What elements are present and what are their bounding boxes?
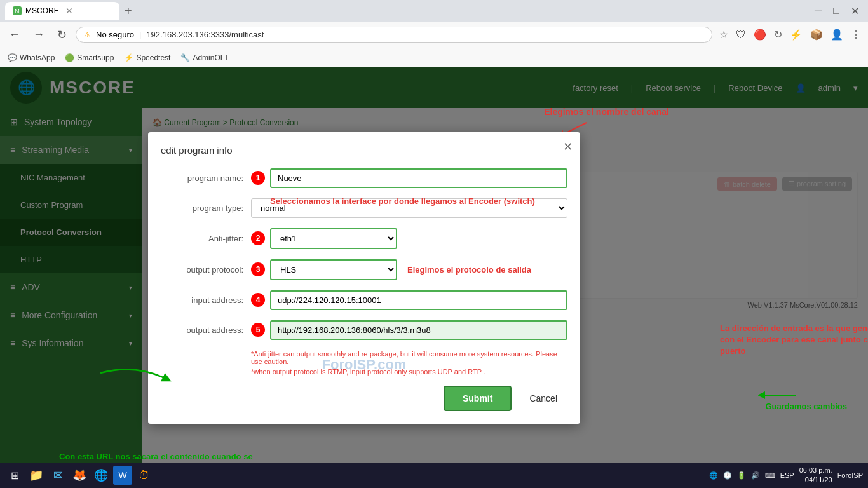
output-protocol-select[interactable]: HLS RTMP UDP RTP (270, 259, 397, 280)
refresh-button[interactable]: ↻ (53, 27, 71, 43)
program-name-label: program name: (161, 173, 243, 183)
modal-container: Elegimos el nombre del canal La direcció… (148, 132, 720, 424)
window-controls: ─ □ ✕ (811, 5, 863, 17)
input-address-row: input address: 4 (161, 290, 567, 310)
ext-icon2[interactable]: 🔴 (752, 27, 768, 43)
adminolt-icon: 🔧 (180, 53, 190, 62)
speedtest-icon: ⚡ (124, 53, 133, 62)
taskbar-battery-icon: 🔋 (737, 471, 746, 480)
ext-icon3[interactable]: ↻ (772, 27, 784, 43)
taskbar-folder-icon[interactable]: 📁 (27, 466, 46, 485)
browser-toolbar: ← → ↻ ⚠ No seguro | 192.168.203.136:3333… (0, 22, 868, 48)
taskbar-word-icon[interactable]: W (113, 466, 132, 485)
cancel-button[interactable]: Cancel (519, 386, 567, 411)
bookmark-smartsupp[interactable]: 🟢 Smartsupp (65, 53, 114, 62)
modal-close-button[interactable]: ✕ (563, 140, 573, 154)
taskbar-firefox-icon[interactable]: 🦊 (70, 466, 89, 485)
bookmark-speedtest[interactable]: ⚡ Speedtest (124, 53, 170, 62)
submit-button[interactable]: Submit (444, 386, 512, 411)
security-warning-label: No seguro (96, 30, 134, 39)
smartsupp-label: Smartsupp (77, 53, 114, 62)
security-warning-icon: ⚠ (84, 30, 91, 39)
note-1: *Anti-jitter can output smoothly and re-… (251, 350, 567, 365)
taskbar-timer-icon[interactable]: ⏱ (135, 466, 154, 485)
program-name-row: program name: 1 (161, 168, 567, 188)
whatsapp-icon: 💬 (8, 53, 17, 62)
address-bar[interactable]: ⚠ No seguro | 192.168.203.136:3333/multi… (76, 27, 712, 43)
input-address-input[interactable] (270, 290, 567, 310)
smartsupp-icon: 🟢 (65, 53, 74, 62)
taskbar-network-icon: 🌐 (709, 471, 718, 480)
browser-titlebar: M MSCORE ✕ + ─ □ ✕ (0, 0, 868, 22)
adminolt-label: AdminOLT (193, 53, 228, 62)
taskbar-edge-icon[interactable]: 🌐 (92, 466, 111, 485)
browser-tab[interactable]: M MSCORE ✕ (5, 2, 119, 20)
modal-footer: Submit Cancel (161, 386, 567, 411)
close-button[interactable]: ✕ (847, 5, 863, 17)
arrow-save (758, 389, 803, 402)
program-type-label: program type: (161, 203, 243, 213)
start-button[interactable]: ⊞ (5, 466, 24, 485)
back-button[interactable]: ← (5, 27, 24, 43)
arrow-url (97, 360, 173, 386)
output-protocol-label: output protocol: (161, 265, 243, 274)
step-3-badge: 3 (251, 262, 265, 276)
menu-icon[interactable]: ⋮ (849, 27, 863, 43)
taskbar-site-label: ForoISP (837, 471, 863, 479)
taskbar-right: 🌐 🕐 🔋 🔊 ⌨ ESP 06:03 p.m. 04/11/20 ForoIS… (709, 466, 863, 485)
step-4-badge: 4 (251, 293, 265, 307)
input-address-label: input address: (161, 295, 243, 305)
forward-button[interactable]: → (29, 27, 48, 43)
maximize-button[interactable]: □ (829, 5, 843, 17)
minimize-button[interactable]: ─ (811, 5, 825, 17)
taskbar-time: 06:03 p.m. (799, 466, 832, 475)
program-name-input[interactable] (270, 168, 567, 188)
bookmark-adminolt[interactable]: 🔧 AdminOLT (180, 53, 228, 62)
ext-icon1[interactable]: 🛡 (734, 27, 748, 43)
browser-chrome: M MSCORE ✕ + ─ □ ✕ ← → ↻ ⚠ No seguro | 1… (0, 0, 868, 67)
annotation-name: Elegimos el nombre del canal (544, 107, 669, 117)
modal: edit program info ✕ program name: 1 prog… (148, 132, 580, 424)
step-2-badge: 2 (251, 231, 265, 245)
taskbar-mail-icon[interactable]: ✉ (48, 466, 67, 485)
taskbar-lang-label: ESP (780, 471, 794, 479)
modal-title: edit program info (161, 145, 567, 156)
speedtest-label: Speedtest (136, 53, 170, 62)
anti-jitter-row: Anti-jitter: 2 Seleccionamos la interfac… (161, 228, 567, 249)
step-5-badge: 5 (251, 323, 265, 337)
close-tab-button[interactable]: ✕ (65, 6, 73, 16)
taskbar: ⊞ 📁 ✉ 🦊 🌐 W ⏱ 🌐 🕐 🔋 🔊 ⌨ ESP 06:03 p.m. 0… (0, 463, 868, 488)
annotation-input-addr: La dirección de entrada es la que genera… (720, 323, 868, 358)
tab-title: MSCORE (25, 6, 59, 15)
address-text: 192.168.203.136:3333/multicast (146, 30, 264, 39)
annotation-protocol: Elegimos el protocolo de salida (407, 265, 531, 274)
taskbar-date: 04/11/20 (799, 475, 832, 485)
taskbar-clock-icon: 🕐 (723, 471, 732, 480)
output-address-row: output address: 5 (161, 320, 567, 340)
taskbar-time-display: 06:03 p.m. 04/11/20 (799, 466, 832, 485)
annotation-save: Guardamos cambios (765, 402, 847, 411)
note-2: *when output protocol is RTMP, input pro… (251, 368, 567, 376)
notes-section: *Anti-jitter can output smoothly and re-… (251, 350, 567, 376)
ext-icon4[interactable]: ⚡ (788, 27, 804, 43)
output-address-label: output address: (161, 325, 243, 335)
input-nic-select[interactable]: eth1 eth0 (270, 228, 397, 249)
ext-icon5[interactable]: 📦 (808, 27, 825, 43)
tab-icon: M (13, 6, 22, 15)
modal-overlay: Elegimos el nombre del canal La direcció… (0, 67, 868, 488)
taskbar-volume-icon: 🔊 (751, 471, 760, 480)
taskbar-keyboard-icon: ⌨ (765, 471, 775, 480)
star-icon[interactable]: ☆ (717, 27, 730, 43)
output-address-input[interactable] (270, 320, 567, 340)
new-tab-button[interactable]: + (125, 4, 132, 18)
anti-jitter-label: Anti-jitter: (161, 234, 243, 243)
toolbar-icons: ☆ 🛡 🔴 ↻ ⚡ 📦 👤 ⋮ (717, 27, 863, 43)
profile-icon[interactable]: 👤 (829, 27, 845, 43)
bookmarks-bar: 💬 WhatsApp 🟢 Smartsupp ⚡ Speedtest 🔧 Adm… (0, 48, 868, 67)
annotation-interface: Seleccionamos la interface por donde lle… (270, 196, 535, 206)
bookmark-whatsapp[interactable]: 💬 WhatsApp (8, 53, 55, 62)
whatsapp-label: WhatsApp (20, 53, 55, 62)
output-protocol-row: output protocol: 3 HLS RTMP UDP RTP Eleg… (161, 259, 567, 280)
step-1-badge: 1 (251, 171, 265, 185)
